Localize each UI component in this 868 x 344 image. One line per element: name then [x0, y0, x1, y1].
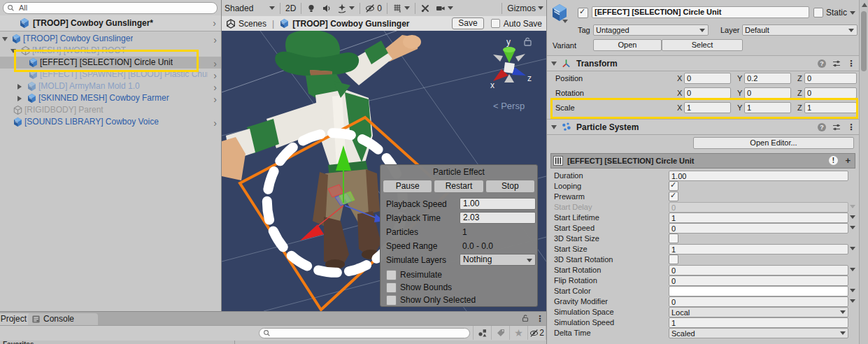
help-icon[interactable]	[818, 59, 826, 68]
chevron-down-icon[interactable]	[850, 11, 855, 15]
curve-dropdown-icon[interactable]	[850, 247, 855, 250]
start-lifetime-field[interactable]: 1	[669, 213, 848, 223]
perspective-mode-label[interactable]: < Persp	[493, 101, 525, 111]
hierarchy-item-effect-selection-circle-unit[interactable]: [EFFECT] [SELECTION] Circle Unit	[0, 57, 221, 69]
scroll-up-icon[interactable]	[862, 3, 867, 7]
foldout-collapsed-icon[interactable]	[17, 96, 22, 101]
duration-field[interactable]: 1.00	[669, 171, 848, 181]
scene-effects-button[interactable]	[334, 0, 357, 16]
hierarchy-scene-header[interactable]: [TROOP] Cowboy Gunslinger*	[0, 15, 221, 31]
position-x-field[interactable]: 0	[684, 73, 731, 84]
prewarm-checkbox[interactable]	[669, 192, 678, 201]
resimulate-checkbox[interactable]	[386, 270, 397, 280]
particle-system-header[interactable]: Particle System	[547, 119, 860, 135]
gameobject-name-field[interactable]: [EFFECT] [SELECTION] Circle Unit	[592, 6, 809, 18]
looping-checkbox[interactable]	[669, 181, 678, 191]
show-bounds-checkbox[interactable]	[386, 282, 397, 293]
scene-camera-button[interactable]	[433, 0, 456, 16]
simulate-layers-dropdown[interactable]: Nothing	[460, 254, 536, 266]
scale-x-field[interactable]: 1	[684, 102, 731, 113]
start-size-field[interactable]: 1	[669, 244, 848, 255]
hierarchy-item-rigidbody-parent[interactable]: [RIGIDBODY] Parent	[0, 104, 221, 116]
particle-module-header[interactable]: [EFFECT] [SELECTION] Circle Unit ! +	[550, 153, 855, 169]
pause-button[interactable]: Pause	[383, 180, 432, 193]
simulation-speed-field[interactable]: 1	[669, 317, 848, 328]
variant-open-button[interactable]: Open	[593, 39, 662, 51]
curve-dropdown-icon[interactable]	[850, 205, 855, 208]
kebab-menu-icon[interactable]	[847, 122, 855, 132]
inspector-scrollbar[interactable]	[859, 0, 868, 344]
hierarchy-item-effect-spawner-blood[interactable]: [EFFECT] [SPAWNER] [BLOOD] Plastic Chur	[0, 69, 221, 80]
curve-dropdown-icon[interactable]	[850, 215, 855, 219]
hierarchy-item-sounds-library-cowboy-voice[interactable]: [SOUNDS LIBRARY] Cowboy Voice	[0, 116, 221, 128]
toggle-2d-button[interactable]: 2D	[283, 0, 299, 16]
panel-lock-icon[interactable]	[521, 314, 529, 322]
kebab-menu-icon[interactable]	[536, 314, 544, 324]
scene-lighting-button[interactable]	[304, 0, 319, 16]
search-by-type-button[interactable]	[473, 326, 491, 340]
restart-button[interactable]: Restart	[434, 180, 483, 193]
curve-dropdown-icon[interactable]	[850, 268, 855, 271]
hierarchy-search-input[interactable]: All	[3, 2, 218, 14]
presets-icon[interactable]	[832, 59, 841, 69]
axis-x-label[interactable]: x	[490, 80, 495, 90]
grid-settings-button[interactable]	[390, 0, 413, 16]
start-color-swatch[interactable]	[669, 286, 848, 296]
chevron-down-icon[interactable]	[404, 6, 410, 10]
component-tools-button[interactable]	[418, 0, 433, 16]
foldout-collapsed-icon[interactable]	[17, 84, 22, 89]
position-y-field[interactable]: 0.2	[744, 73, 791, 84]
hidden-packages-button[interactable]: 2	[527, 326, 546, 340]
project-search-input[interactable]	[259, 328, 470, 338]
axis-z-label[interactable]: z	[527, 73, 532, 83]
curve-dropdown-icon[interactable]	[850, 289, 855, 292]
rotation-x-field[interactable]: 0	[684, 87, 731, 99]
show-only-selected-checkbox[interactable]	[386, 295, 397, 306]
flip-rotation-field[interactable]: 0	[669, 275, 848, 286]
hierarchy-item-troop-cowboy-gunslinger[interactable]: [TROOP] Cowboy Gunslinger	[0, 33, 221, 45]
foldout-expanded-icon[interactable]	[551, 125, 557, 129]
lock-icon[interactable]	[525, 38, 531, 45]
3d-start-size-checkbox[interactable]	[669, 234, 678, 243]
kebab-menu-icon[interactable]	[847, 59, 855, 69]
chevron-down-icon[interactable]	[349, 6, 355, 10]
tab-console[interactable]: Console	[28, 313, 98, 325]
simulation-space-dropdown[interactable]: Local	[669, 307, 848, 317]
playback-time-field[interactable]: 2.03	[460, 212, 536, 224]
chevron-down-icon[interactable]	[448, 6, 453, 10]
static-checkbox[interactable]	[813, 8, 823, 17]
scene-audio-button[interactable]	[319, 0, 334, 16]
rotation-y-field[interactable]: 0	[744, 87, 791, 99]
layer-dropdown[interactable]: Default	[742, 24, 858, 36]
shading-mode-dropdown[interactable]: Shaded	[222, 0, 278, 16]
add-module-icon[interactable]: +	[845, 155, 851, 166]
rotation-z-field[interactable]: 0	[804, 87, 857, 99]
foldout-expanded-icon[interactable]	[2, 37, 8, 41]
scale-y-field[interactable]: 1	[744, 102, 791, 113]
hierarchy-item-mesh-world-root[interactable]: [MESH] [WORLD] ROOT	[0, 45, 221, 57]
transform-header[interactable]: Transform	[547, 55, 860, 71]
curve-dropdown-icon[interactable]	[850, 299, 855, 303]
variant-select-button[interactable]: Select	[662, 39, 743, 51]
delta-time-dropdown[interactable]: Scaled	[669, 328, 848, 338]
curve-dropdown-icon[interactable]	[850, 226, 855, 229]
tag-dropdown[interactable]: Untagged	[593, 24, 709, 36]
axis-y-label[interactable]: y	[506, 37, 511, 47]
scrollbar-thumb[interactable]	[861, 11, 867, 71]
scale-z-field[interactable]: 1	[804, 102, 857, 113]
position-z-field[interactable]: 0	[804, 73, 857, 84]
chevron-right-icon[interactable]	[213, 118, 217, 130]
foldout-expanded-icon[interactable]	[551, 62, 557, 66]
gravity-modifier-field[interactable]: 0	[669, 296, 848, 307]
3d-start-rotation-checkbox[interactable]	[669, 255, 678, 264]
chevron-right-icon[interactable]	[213, 20, 216, 28]
scene-visibility-button[interactable]: 0	[362, 0, 385, 16]
gameobject-prefab-icon[interactable]	[551, 4, 568, 21]
active-checkbox[interactable]	[578, 8, 588, 18]
foldout-expanded-icon[interactable]	[10, 49, 16, 53]
save-button[interactable]: Save	[452, 17, 483, 29]
chevron-down-icon[interactable]	[562, 20, 568, 23]
start-rotation-field[interactable]: 0	[669, 265, 848, 275]
stop-button[interactable]: Stop	[485, 180, 535, 193]
favorites-star-button[interactable]: ★	[509, 326, 527, 340]
